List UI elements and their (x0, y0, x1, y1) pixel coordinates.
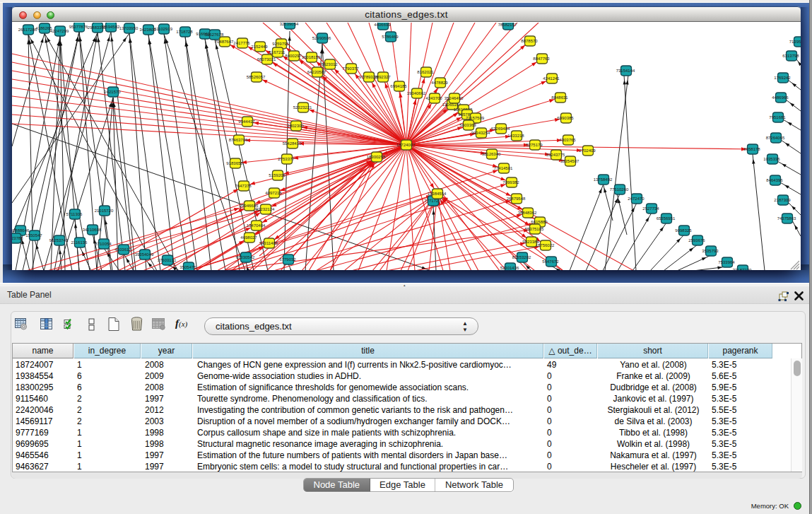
svg-text:33232124: 33232124 (256, 207, 275, 211)
svg-text:38354507: 38354507 (560, 159, 579, 163)
svg-text:59243775: 59243775 (546, 153, 565, 157)
svg-text:78582157: 78582157 (498, 23, 517, 27)
svg-text:81553202: 81553202 (512, 255, 531, 259)
svg-text:8848631: 8848631 (551, 95, 568, 100)
svg-text:4097215: 4097215 (265, 191, 282, 195)
svg-text:77414501: 77414501 (494, 166, 513, 170)
svg-text:8710054: 8710054 (95, 242, 112, 246)
svg-text:5711306: 5711306 (66, 212, 83, 216)
svg-text:61102919: 61102919 (154, 27, 173, 31)
svg-text:52323221: 52323221 (293, 105, 312, 110)
svg-text:39354049: 39354049 (135, 252, 154, 257)
svg-text:19340662: 19340662 (407, 91, 426, 95)
svg-text:95377876: 95377876 (69, 25, 88, 29)
svg-text:1035336: 1035336 (763, 157, 780, 161)
svg-text:8847763: 8847763 (533, 57, 550, 61)
svg-text:7771725: 7771725 (424, 199, 441, 203)
svg-text:36018159: 36018159 (302, 55, 321, 59)
svg-text:65356951: 65356951 (657, 216, 676, 221)
svg-text:21015720: 21015720 (95, 209, 114, 213)
svg-text:7647378: 7647378 (235, 184, 252, 188)
svg-text:6313798: 6313798 (782, 54, 799, 58)
svg-text:8878570: 8878570 (521, 39, 538, 43)
svg-text:38848362: 38848362 (518, 211, 537, 215)
svg-text:4243700: 4243700 (425, 96, 442, 100)
svg-text:5275179: 5275179 (526, 143, 543, 147)
svg-text:8464396: 8464396 (766, 178, 783, 182)
svg-text:18756022: 18756022 (536, 243, 555, 247)
svg-text:1433218: 1433218 (507, 134, 524, 138)
svg-text:55375185: 55375185 (525, 227, 544, 231)
svg-text:26879548: 26879548 (507, 197, 526, 201)
svg-text:4698027: 4698027 (240, 235, 257, 240)
svg-text:32639054: 32639054 (280, 23, 299, 26)
svg-text:2753377: 2753377 (278, 157, 295, 161)
svg-text:7951681: 7951681 (769, 115, 786, 119)
svg-text:8658178: 8658178 (743, 147, 760, 151)
svg-text:8400297: 8400297 (285, 54, 302, 58)
svg-text:37603131: 37603131 (158, 258, 177, 262)
svg-text:26517286: 26517286 (18, 28, 37, 32)
svg-text:4241241: 4241241 (543, 76, 560, 81)
svg-text:2152449: 2152449 (251, 45, 268, 49)
svg-text:2421570: 2421570 (104, 90, 121, 94)
svg-text:13758492: 13758492 (594, 177, 613, 182)
svg-text:8162021: 8162021 (417, 70, 434, 74)
svg-text:5159206: 5159206 (269, 173, 286, 177)
svg-text:70487647: 70487647 (215, 40, 234, 44)
svg-text:18300295: 18300295 (367, 155, 386, 159)
svg-text:9098325: 9098325 (675, 228, 692, 233)
svg-text:52990606: 52990606 (312, 36, 331, 40)
svg-text:5603369: 5603369 (459, 123, 476, 127)
svg-text:54311485: 54311485 (259, 241, 278, 245)
svg-text:4303765: 4303765 (559, 138, 576, 142)
svg-text:5647672: 5647672 (542, 259, 559, 264)
svg-text:4478829: 4478829 (431, 81, 448, 85)
svg-text:3892327: 3892327 (374, 75, 391, 79)
svg-text:98126340: 98126340 (482, 152, 501, 156)
svg-text:19384554: 19384554 (428, 192, 447, 196)
svg-text:5167211: 5167211 (269, 50, 286, 54)
svg-text:55428410: 55428410 (283, 141, 302, 146)
svg-text:2472470: 2472470 (628, 197, 645, 201)
svg-text:6623012: 6623012 (321, 62, 338, 66)
svg-text:67330542: 67330542 (236, 255, 255, 259)
svg-text:58526057: 58526057 (247, 75, 266, 79)
svg-text:2187309: 2187309 (774, 198, 791, 202)
svg-text:6779032: 6779032 (279, 257, 296, 262)
svg-text:3535793: 3535793 (702, 249, 719, 253)
svg-text:1550547: 1550547 (25, 233, 42, 238)
svg-text:73154144: 73154144 (616, 69, 635, 73)
svg-text:87264065: 87264065 (766, 136, 785, 140)
svg-text:3505476: 3505476 (180, 265, 196, 269)
svg-text:1769242: 1769242 (774, 76, 791, 80)
svg-text:90343254: 90343254 (471, 131, 490, 135)
svg-text:34210608: 34210608 (83, 228, 102, 232)
svg-text:9259791: 9259791 (272, 42, 289, 46)
svg-text:13703950: 13703950 (119, 26, 139, 30)
svg-text:1802300: 1802300 (287, 124, 304, 128)
svg-text:2116136: 2116136 (71, 240, 88, 245)
svg-text:6990385: 6990385 (557, 116, 574, 120)
svg-text:9183658: 9183658 (226, 161, 243, 165)
svg-text:68073021: 68073021 (257, 57, 276, 62)
svg-text:2417776: 2417776 (233, 41, 250, 45)
svg-text:13470404: 13470404 (247, 223, 266, 228)
svg-text:71395328: 71395328 (789, 40, 801, 44)
svg-text:78694582: 78694582 (101, 25, 120, 29)
svg-text:96253743: 96253743 (49, 238, 69, 243)
svg-text:74375863: 74375863 (777, 216, 796, 221)
svg-text:7099382: 7099382 (502, 180, 519, 185)
svg-text:18724007: 18724007 (396, 143, 416, 147)
svg-text:87463706: 87463706 (229, 138, 248, 142)
svg-text:52301436: 52301436 (500, 266, 519, 270)
svg-text:64220587: 64220587 (307, 70, 326, 74)
svg-text:1718728: 1718728 (176, 30, 193, 34)
svg-text:63269484: 63269484 (491, 127, 510, 131)
svg-text:35246490: 35246490 (445, 96, 464, 100)
svg-text:7923786: 7923786 (12, 236, 23, 240)
svg-text:4486966: 4486966 (772, 95, 789, 100)
svg-text:7533964: 7533964 (718, 260, 735, 264)
svg-text:92888646: 92888646 (12, 228, 30, 233)
svg-text:5786469: 5786469 (382, 35, 399, 39)
